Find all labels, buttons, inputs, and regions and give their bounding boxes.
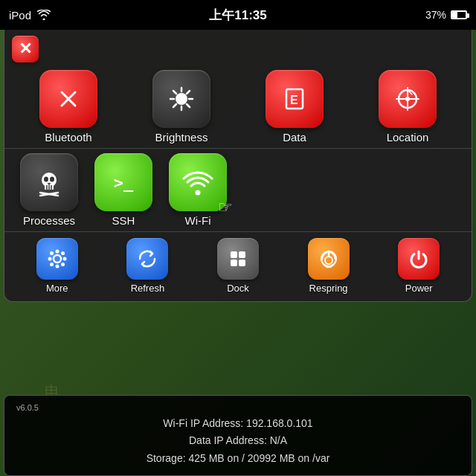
close-row: ✕ (4, 30, 472, 65)
dock-label: Dock (227, 283, 249, 294)
data-label: Data (283, 131, 306, 144)
toggle-processes[interactable]: Processes (12, 153, 86, 227)
location-symbol (393, 85, 422, 113)
more-icon-btn[interactable] (36, 238, 78, 280)
more-label: More (46, 283, 68, 294)
location-icon-btn[interactable] (379, 70, 437, 128)
svg-line-5 (173, 91, 176, 94)
svg-line-7 (187, 91, 190, 94)
battery-icon (451, 10, 467, 19)
toggle-brightness[interactable]: Brightness (144, 70, 219, 144)
refresh-label: Refresh (131, 283, 165, 294)
action-power[interactable]: Power (389, 238, 448, 294)
ssh-label: SSH (112, 214, 135, 227)
svg-point-27 (55, 250, 59, 254)
wifi-icon-btn[interactable]: ☞ (169, 153, 227, 211)
more-gear-symbol (47, 248, 68, 269)
svg-line-8 (173, 104, 176, 107)
svg-line-6 (187, 104, 190, 107)
bluetooth-icon-btn[interactable] (39, 70, 97, 128)
svg-point-0 (176, 93, 187, 105)
action-more[interactable]: More (28, 238, 87, 294)
svg-point-19 (50, 177, 54, 182)
data-symbol: E (280, 85, 309, 113)
refresh-symbol (137, 248, 158, 269)
status-bar: iPod 上午11:35 37% (0, 0, 476, 30)
toggle-bluetooth[interactable]: Bluetooth (31, 70, 106, 144)
dock-symbol (228, 248, 248, 269)
svg-point-26 (54, 255, 61, 263)
action-dock[interactable]: Dock (208, 238, 268, 294)
refresh-icon-btn[interactable] (126, 238, 168, 280)
device-name: iPod (9, 9, 31, 22)
brightness-label: Brightness (155, 131, 208, 144)
action-row: More Refresh (4, 232, 472, 301)
wifi-icon (37, 10, 51, 20)
svg-point-28 (55, 265, 59, 268)
svg-point-31 (50, 251, 54, 255)
battery-fill (452, 12, 457, 18)
toggle-row-2: Processes >_ SSH ☞ (4, 149, 472, 232)
power-icon-btn[interactable] (398, 238, 440, 280)
brightness-icon-btn[interactable] (152, 70, 210, 128)
data-ip-line: Data IP Address: N/A (16, 432, 460, 450)
toggle-wifi[interactable]: ☞ Wi-Fi (161, 153, 235, 227)
power-symbol (408, 248, 429, 269)
toggle-location[interactable]: Location (370, 70, 445, 144)
skull-symbol (34, 167, 64, 197)
ssh-icon-btn[interactable]: >_ (94, 153, 152, 211)
svg-point-14 (405, 97, 410, 101)
battery-percent: 37% (425, 9, 446, 21)
sbsettings-panel: ✕ Bluetooth (4, 30, 472, 302)
processes-label: Processes (23, 214, 75, 227)
svg-point-25 (196, 190, 201, 196)
bluetooth-label: Bluetooth (45, 131, 91, 144)
wifi-label: Wi-Fi (185, 214, 211, 227)
data-icon-btn[interactable]: E (266, 70, 324, 128)
location-label: Location (387, 131, 429, 144)
power-label: Power (405, 283, 433, 294)
wifi-toggle-symbol (181, 166, 214, 199)
brightness-symbol (167, 85, 196, 113)
cursor-pointer: ☞ (218, 198, 233, 217)
action-refresh[interactable]: Refresh (118, 238, 177, 294)
version-text: v6.0.5 (16, 403, 460, 412)
ssh-symbol: >_ (114, 173, 134, 192)
svg-point-30 (62, 257, 66, 261)
svg-text:E: E (290, 94, 298, 106)
svg-rect-37 (231, 260, 237, 266)
processes-icon-btn[interactable] (20, 153, 78, 211)
svg-point-29 (48, 257, 51, 261)
svg-point-34 (50, 263, 54, 266)
svg-point-32 (61, 263, 65, 266)
respring-icon-btn[interactable] (308, 238, 350, 280)
status-left: iPod (9, 9, 51, 22)
info-bar: v6.0.5 Wi-Fi IP Address: 192.168.0.101 D… (4, 395, 472, 476)
close-button[interactable]: ✕ (12, 36, 39, 62)
status-right: 37% (425, 9, 467, 21)
svg-point-33 (61, 251, 65, 255)
bluetooth-symbol (54, 85, 83, 113)
action-respring[interactable]: Respring (299, 238, 358, 294)
svg-rect-38 (239, 260, 245, 266)
toggle-row-1: Bluetooth Brightness (4, 65, 472, 149)
storage-line: Storage: 425 MB on / 20992 MB on /var (16, 450, 460, 468)
svg-point-18 (44, 177, 48, 182)
respring-label: Respring (309, 283, 348, 294)
svg-point-41 (325, 257, 332, 264)
toggle-data[interactable]: E Data (257, 70, 332, 144)
toggle-ssh[interactable]: >_ SSH (86, 153, 161, 227)
svg-rect-36 (239, 251, 245, 258)
svg-rect-35 (231, 251, 237, 258)
respring-symbol (318, 248, 339, 269)
dock-icon-btn[interactable] (217, 238, 259, 280)
main-panel: 我也是 分钟没有 的电量百 大神求救 提 电 ✕ Bluetooth (0, 30, 476, 476)
wifi-ip-line: Wi-Fi IP Address: 192.168.0.101 (16, 415, 460, 433)
status-time: 上午11:35 (209, 7, 266, 24)
